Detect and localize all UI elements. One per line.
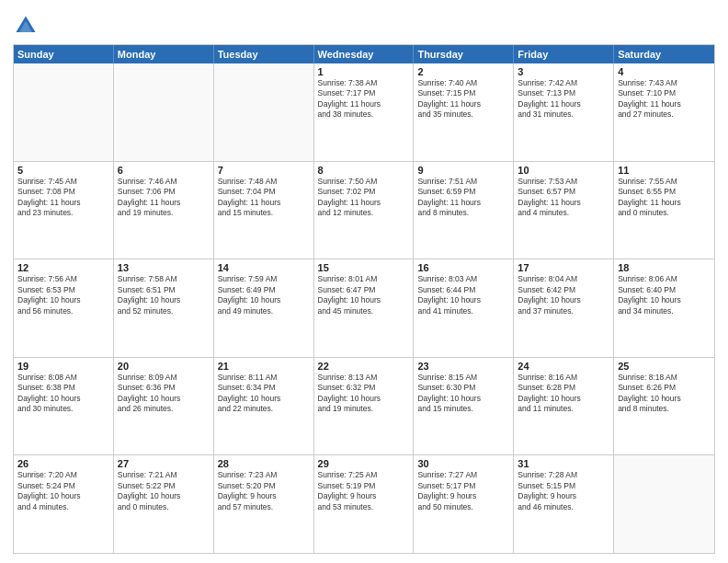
day-info: Sunrise: 7:28 AM Sunset: 5:15 PM Dayligh… xyxy=(518,470,609,512)
day-cell-13: 13Sunrise: 7:58 AM Sunset: 6:51 PM Dayli… xyxy=(114,259,214,357)
weekday-header-wednesday: Wednesday xyxy=(314,45,415,63)
day-number: 19 xyxy=(17,361,109,372)
day-cell-8: 8Sunrise: 7:50 AM Sunset: 7:02 PM Daylig… xyxy=(314,162,415,259)
weekday-header-monday: Monday xyxy=(114,45,214,63)
day-info: Sunrise: 7:58 AM Sunset: 6:51 PM Dayligh… xyxy=(118,274,210,316)
day-cell-28: 28Sunrise: 7:23 AM Sunset: 5:20 PM Dayli… xyxy=(214,455,314,553)
day-info: Sunrise: 7:42 AM Sunset: 7:13 PM Dayligh… xyxy=(518,78,609,121)
calendar-row-2: 12Sunrise: 7:56 AM Sunset: 6:53 PM Dayli… xyxy=(14,259,714,357)
day-cell-15: 15Sunrise: 8:01 AM Sunset: 6:47 PM Dayli… xyxy=(314,259,415,357)
weekday-header-tuesday: Tuesday xyxy=(214,45,314,63)
day-info: Sunrise: 7:55 AM Sunset: 6:55 PM Dayligh… xyxy=(618,177,711,219)
day-cell-21: 21Sunrise: 8:11 AM Sunset: 6:34 PM Dayli… xyxy=(214,358,314,455)
calendar-row-0: 1Sunrise: 7:38 AM Sunset: 7:17 PM Daylig… xyxy=(14,63,714,161)
day-number: 10 xyxy=(518,165,609,176)
day-info: Sunrise: 7:43 AM Sunset: 7:10 PM Dayligh… xyxy=(618,78,711,121)
day-info: Sunrise: 7:56 AM Sunset: 6:53 PM Dayligh… xyxy=(17,274,109,316)
day-cell-10: 10Sunrise: 7:53 AM Sunset: 6:57 PM Dayli… xyxy=(514,162,614,259)
day-number: 26 xyxy=(17,458,109,469)
day-number: 9 xyxy=(417,165,509,176)
day-number: 25 xyxy=(618,361,711,372)
day-info: Sunrise: 7:21 AM Sunset: 5:22 PM Dayligh… xyxy=(118,470,210,512)
day-number: 23 xyxy=(417,361,509,372)
weekday-header-saturday: Saturday xyxy=(614,45,714,63)
day-info: Sunrise: 8:03 AM Sunset: 6:44 PM Dayligh… xyxy=(417,274,509,316)
day-number: 5 xyxy=(17,165,109,176)
day-cell-3: 3Sunrise: 7:42 AM Sunset: 7:13 PM Daylig… xyxy=(514,63,614,161)
day-number: 17 xyxy=(518,262,609,273)
day-cell-14: 14Sunrise: 7:59 AM Sunset: 6:49 PM Dayli… xyxy=(214,259,314,357)
day-number: 2 xyxy=(417,66,509,77)
day-info: Sunrise: 8:04 AM Sunset: 6:42 PM Dayligh… xyxy=(518,274,609,316)
day-number: 12 xyxy=(17,262,109,273)
calendar-header: SundayMondayTuesdayWednesdayThursdayFrid… xyxy=(14,45,714,63)
day-number: 15 xyxy=(318,262,410,273)
day-info: Sunrise: 8:08 AM Sunset: 6:38 PM Dayligh… xyxy=(17,373,109,415)
logo xyxy=(13,13,42,39)
calendar: SundayMondayTuesdayWednesdayThursdayFrid… xyxy=(13,44,715,554)
day-cell-4: 4Sunrise: 7:43 AM Sunset: 7:10 PM Daylig… xyxy=(614,63,714,161)
day-cell-19: 19Sunrise: 8:08 AM Sunset: 6:38 PM Dayli… xyxy=(14,358,114,455)
day-number: 30 xyxy=(417,458,509,469)
weekday-header-thursday: Thursday xyxy=(414,45,514,63)
day-cell-1: 1Sunrise: 7:38 AM Sunset: 7:17 PM Daylig… xyxy=(314,63,415,161)
day-number: 7 xyxy=(218,165,310,176)
day-info: Sunrise: 7:45 AM Sunset: 7:08 PM Dayligh… xyxy=(17,177,109,219)
day-info: Sunrise: 7:48 AM Sunset: 7:04 PM Dayligh… xyxy=(218,177,310,219)
header xyxy=(13,9,715,39)
day-info: Sunrise: 8:01 AM Sunset: 6:47 PM Dayligh… xyxy=(318,274,410,316)
day-info: Sunrise: 7:53 AM Sunset: 6:57 PM Dayligh… xyxy=(518,177,609,219)
day-info: Sunrise: 7:38 AM Sunset: 7:17 PM Dayligh… xyxy=(318,78,410,121)
day-info: Sunrise: 8:18 AM Sunset: 6:26 PM Dayligh… xyxy=(618,373,711,415)
day-cell-18: 18Sunrise: 8:06 AM Sunset: 6:40 PM Dayli… xyxy=(614,259,714,357)
day-cell-31: 31Sunrise: 7:28 AM Sunset: 5:15 PM Dayli… xyxy=(514,455,614,553)
day-info: Sunrise: 8:09 AM Sunset: 6:36 PM Dayligh… xyxy=(118,373,210,415)
day-cell-27: 27Sunrise: 7:21 AM Sunset: 5:22 PM Dayli… xyxy=(114,455,214,553)
day-info: Sunrise: 8:16 AM Sunset: 6:28 PM Dayligh… xyxy=(518,373,609,415)
day-cell-empty-4-6 xyxy=(614,455,714,553)
day-number: 13 xyxy=(118,262,210,273)
day-info: Sunrise: 7:46 AM Sunset: 7:06 PM Dayligh… xyxy=(118,177,210,219)
day-info: Sunrise: 7:59 AM Sunset: 6:49 PM Dayligh… xyxy=(218,274,310,316)
day-cell-9: 9Sunrise: 7:51 AM Sunset: 6:59 PM Daylig… xyxy=(414,162,514,259)
weekday-header-friday: Friday xyxy=(514,45,614,63)
day-info: Sunrise: 7:20 AM Sunset: 5:24 PM Dayligh… xyxy=(17,470,109,512)
day-cell-12: 12Sunrise: 7:56 AM Sunset: 6:53 PM Dayli… xyxy=(14,259,114,357)
day-number: 8 xyxy=(318,165,410,176)
day-cell-5: 5Sunrise: 7:45 AM Sunset: 7:08 PM Daylig… xyxy=(14,162,114,259)
day-cell-16: 16Sunrise: 8:03 AM Sunset: 6:44 PM Dayli… xyxy=(414,259,514,357)
calendar-row-1: 5Sunrise: 7:45 AM Sunset: 7:08 PM Daylig… xyxy=(14,161,714,259)
day-info: Sunrise: 8:13 AM Sunset: 6:32 PM Dayligh… xyxy=(318,373,410,415)
day-cell-23: 23Sunrise: 8:15 AM Sunset: 6:30 PM Dayli… xyxy=(414,358,514,455)
day-cell-24: 24Sunrise: 8:16 AM Sunset: 6:28 PM Dayli… xyxy=(514,358,614,455)
day-cell-20: 20Sunrise: 8:09 AM Sunset: 6:36 PM Dayli… xyxy=(114,358,214,455)
day-cell-26: 26Sunrise: 7:20 AM Sunset: 5:24 PM Dayli… xyxy=(14,455,114,553)
day-number: 29 xyxy=(318,458,410,469)
day-number: 20 xyxy=(118,361,210,372)
calendar-row-4: 26Sunrise: 7:20 AM Sunset: 5:24 PM Dayli… xyxy=(14,454,714,553)
day-cell-22: 22Sunrise: 8:13 AM Sunset: 6:32 PM Dayli… xyxy=(314,358,415,455)
day-number: 21 xyxy=(218,361,310,372)
day-number: 6 xyxy=(118,165,210,176)
day-number: 14 xyxy=(218,262,310,273)
day-number: 28 xyxy=(218,458,310,469)
day-info: Sunrise: 7:51 AM Sunset: 6:59 PM Dayligh… xyxy=(417,177,509,219)
day-info: Sunrise: 7:23 AM Sunset: 5:20 PM Dayligh… xyxy=(218,470,310,512)
day-number: 22 xyxy=(318,361,410,372)
page: SundayMondayTuesdayWednesdayThursdayFrid… xyxy=(0,0,728,563)
day-number: 1 xyxy=(318,66,410,77)
weekday-header-sunday: Sunday xyxy=(14,45,114,63)
logo-icon xyxy=(13,13,39,39)
day-info: Sunrise: 7:27 AM Sunset: 5:17 PM Dayligh… xyxy=(417,470,509,512)
day-cell-17: 17Sunrise: 8:04 AM Sunset: 6:42 PM Dayli… xyxy=(514,259,614,357)
day-number: 18 xyxy=(618,262,711,273)
day-number: 31 xyxy=(518,458,609,469)
day-number: 24 xyxy=(518,361,609,372)
day-cell-empty-0-1 xyxy=(114,63,214,161)
day-number: 16 xyxy=(417,262,509,273)
calendar-body: 1Sunrise: 7:38 AM Sunset: 7:17 PM Daylig… xyxy=(14,63,714,553)
day-number: 27 xyxy=(118,458,210,469)
day-number: 11 xyxy=(618,165,711,176)
day-info: Sunrise: 8:06 AM Sunset: 6:40 PM Dayligh… xyxy=(618,274,711,316)
day-cell-6: 6Sunrise: 7:46 AM Sunset: 7:06 PM Daylig… xyxy=(114,162,214,259)
